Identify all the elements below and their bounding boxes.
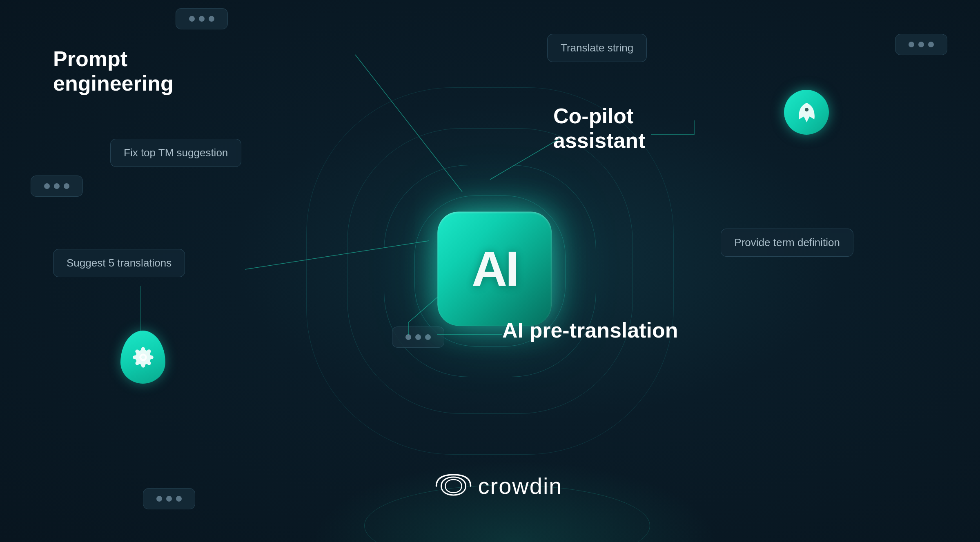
dots-pill-bottom-center xyxy=(392,327,444,348)
dot xyxy=(189,16,195,22)
crowdin-logo-text: crowdin xyxy=(478,473,563,499)
dot xyxy=(64,183,69,189)
dots-pill-bottom-left xyxy=(143,488,195,509)
dot xyxy=(425,334,431,340)
dot xyxy=(156,496,162,502)
ai-chip: AI xyxy=(437,211,552,326)
gear-icon xyxy=(132,346,154,369)
dots-pill-top-center xyxy=(176,8,228,29)
provide-term-pill: Provide term definition xyxy=(721,229,853,257)
dot xyxy=(928,42,934,47)
rocket-icon-circle xyxy=(784,90,829,135)
dot xyxy=(176,496,182,502)
dot xyxy=(44,183,50,189)
fix-tm-pill: Fix top TM suggestion xyxy=(110,139,241,167)
dots-pill-top-right xyxy=(895,34,947,55)
svg-point-9 xyxy=(804,108,808,111)
dot xyxy=(54,183,60,189)
suggest-translations-pill: Suggest 5 translations xyxy=(53,249,185,277)
prompt-engineering-label: Promptengineering xyxy=(53,47,174,96)
translate-string-pill: Translate string xyxy=(547,34,647,62)
dots-pill-left xyxy=(31,175,83,197)
rocket-icon xyxy=(795,101,818,124)
ai-chip-label: AI xyxy=(472,240,517,297)
ai-pretranslation-label: AI pre-translation xyxy=(502,318,678,343)
dot xyxy=(209,16,214,22)
dot xyxy=(405,334,411,340)
dot xyxy=(918,42,924,47)
crowdin-logo-icon xyxy=(433,474,474,498)
dot xyxy=(199,16,205,22)
dot xyxy=(166,496,172,502)
dot xyxy=(909,42,914,47)
crowdin-logo: crowdin xyxy=(433,473,563,499)
copilot-label: Co-pilotassistant xyxy=(553,104,645,153)
dot xyxy=(415,334,421,340)
